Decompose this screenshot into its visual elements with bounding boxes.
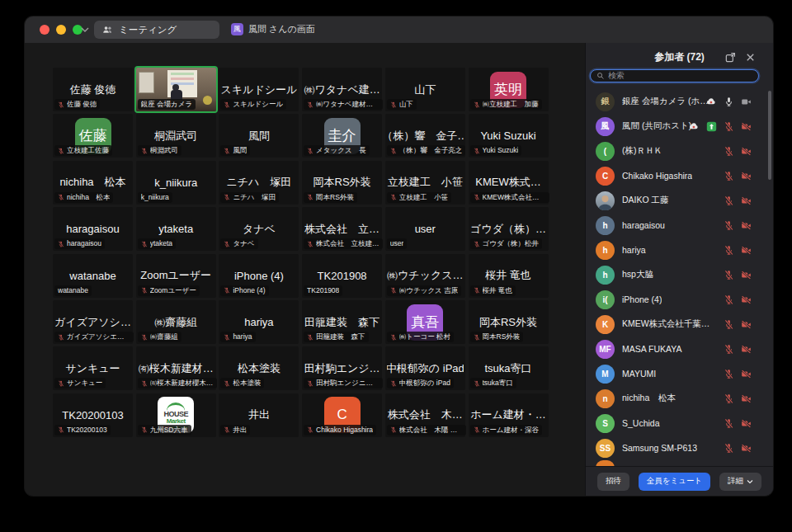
participant-tile[interactable]: TK201908TK201908 <box>302 254 382 298</box>
mute-all-button[interactable]: 全員をミュート <box>639 473 710 491</box>
participant-tile[interactable]: TK20200103 TK20200103 <box>53 393 133 437</box>
participant-tile[interactable]: 佐藤 立枝建工佐藤 <box>53 114 133 158</box>
chevron-down-icon[interactable] <box>81 26 89 33</box>
muted-mic-icon <box>390 426 397 433</box>
mic-off-icon <box>724 270 734 280</box>
tile-label: tsuka寄口 <box>470 378 516 388</box>
tab-meeting-label: ミーティング <box>119 24 177 36</box>
participant-tile[interactable]: 佐藤 俊徳 佐藤 俊徳 <box>53 68 133 111</box>
participant-name: DAIKO 工藤 <box>622 195 669 206</box>
participant-row[interactable]: MFMASA FUKAYA <box>586 337 773 361</box>
search-input[interactable]: 検索 <box>590 69 759 82</box>
scrollbar-thumb[interactable] <box>768 91 771 180</box>
participant-tile[interactable]: hariya hariya <box>219 300 299 344</box>
participant-tile[interactable]: Yuki Suzuki Yuki Suzuki <box>469 114 549 158</box>
participant-row[interactable]: SS_Uchida <box>586 411 773 435</box>
invite-button[interactable]: 招待 <box>597 473 629 491</box>
participant-tile[interactable]: ㈱齋藤組 ㈱齋藤組 <box>136 300 216 344</box>
more-button[interactable]: 詳細 <box>719 473 761 491</box>
participant-row[interactable]: hhsp大脇 <box>586 262 773 287</box>
participant-tile[interactable]: ニチハ 塚田 ニチハ 塚田 <box>219 161 299 205</box>
participant-tile[interactable]: tsuka寄口 tsuka寄口 <box>469 346 549 390</box>
participant-tile[interactable]: 圭介 メタックス 長 <box>302 114 382 158</box>
participant-tile[interactable]: 英明 ㈱立枝建工 加藤 <box>469 68 549 111</box>
tile-label-text: k_niikura <box>141 193 169 202</box>
participant-tile[interactable]: スキルドシール スキルドシール <box>219 68 299 111</box>
participant-tile[interactable]: 立枝建工 小笹 立枝建工 小笹 <box>385 161 465 205</box>
tile-label-text: 立枝建工佐藤 <box>67 146 109 155</box>
mic-off-icon <box>724 195 734 206</box>
tile-label-text: 桐淵武司 <box>150 146 178 155</box>
participant-tile[interactable]: useruser <box>385 207 465 251</box>
participant-row[interactable]: hhariya <box>586 238 773 262</box>
participant-tile[interactable]: ガイズアソシ… ガイズアソシエーショ… <box>53 300 133 344</box>
tab-screen-share[interactable]: 風 風間 さんの画面 <box>231 23 315 35</box>
participant-tile[interactable]: ㈱ウチックス… ㈱ウチックス 吉原 <box>385 254 465 298</box>
muted-mic-icon <box>224 334 230 341</box>
participant-tile[interactable]: 真吾 ㈱トーコー 松村 <box>385 300 465 344</box>
popout-panel-icon[interactable] <box>724 51 737 64</box>
participant-tile[interactable]: 株式会社 立… 株式会社 立枝建工… <box>302 207 382 251</box>
participant-tile[interactable]: サンキュー サンキュー <box>53 346 133 390</box>
participant-tile[interactable]: ゴウダ（株）… ゴウダ（株）松井 <box>469 207 549 251</box>
participant-tile[interactable]: 山下 山下 <box>385 68 465 111</box>
participant-tile[interactable]: Zoomユーザー Zoomユーザー <box>136 254 216 298</box>
participant-tile[interactable]: k_niikurak_niikura <box>136 161 216 205</box>
participant-tile[interactable]: タナベ タナベ <box>219 207 299 251</box>
mic-off-icon <box>724 418 734 429</box>
close-window-button[interactable] <box>40 25 50 35</box>
tile-label: 佐藤 俊徳 <box>54 99 100 110</box>
tile-label-text: 山下 <box>399 100 413 109</box>
participant-row[interactable]: DAIKO 工藤 <box>586 188 773 213</box>
muted-mic-icon <box>141 148 148 154</box>
participant-tile[interactable]: watanabewatanabe <box>53 254 133 298</box>
tile-label: ホーム建材・深谷 <box>470 425 542 435</box>
tile-label: Chikako Higashira <box>304 425 376 435</box>
participant-row[interactable]: SSSamsung SM-P613 <box>586 435 773 460</box>
tile-label-text: iPhone (4) <box>233 286 265 295</box>
participant-tile[interactable]: （株）響 金子… （株）響 金子亮之 <box>385 114 465 158</box>
participant-tile[interactable]: ㈱ワタナベ建… ㈱ワタナベ建材池田 修二 <box>302 68 382 111</box>
participant-row[interactable]: nnichiha 松本 <box>586 386 773 411</box>
participant-tile[interactable]: 井出 井出 <box>219 393 299 437</box>
participant-row[interactable]: ((株)ＲＨＫ <box>586 139 773 163</box>
participant-tile[interactable]: 風間 風間 <box>219 114 299 158</box>
participant-tile[interactable]: haragaisou haragaisou <box>53 207 133 251</box>
participant-tile[interactable]: 田村駒エンジ… 田村駒エンジニアリン… <box>302 346 382 390</box>
participant-tile[interactable]: 桜井 竜也 桜井 竜也 <box>469 254 549 298</box>
participant-row[interactable]: CChikako Higashira <box>586 163 773 188</box>
muted-mic-icon <box>58 148 64 154</box>
participant-tile[interactable]: HOUSEMarket 九州SD六車 <box>136 393 216 437</box>
participant-tile[interactable]: 松本塗装 松本塗装 <box>219 346 299 390</box>
participant-row[interactable]: i(iPhone (4) <box>586 287 773 312</box>
participant-tile[interactable]: iPhone (4) iPhone (4) <box>219 254 299 298</box>
tile-label: 株式会社 立枝建工… <box>304 238 383 249</box>
participant-tile[interactable]: nichiha 松本 nichiha 松本 <box>53 161 133 205</box>
participant-tile[interactable]: 田籠建装 森下 田籠建装 森下 <box>302 300 382 344</box>
participant-tile[interactable]: 株式会社 木… 株式会社 木陽 佐藤 <box>385 393 465 437</box>
cam-off-icon <box>741 344 752 355</box>
tile-label: Yuki Suzuki <box>470 145 522 156</box>
participant-tile[interactable]: 桐淵武司 桐淵武司 <box>136 114 216 158</box>
participant-tile[interactable]: 岡本RS外装 岡本RS外装 <box>469 300 549 344</box>
participant-tile[interactable]: ㈲桜木新建材… ㈲桜木新建材櫻木幹也 <box>136 346 216 390</box>
participant-tile[interactable]: ホーム建材・… ホーム建材・深谷 <box>469 393 549 437</box>
participant-row[interactable]: 風風間 (共同ホスト) <box>586 114 773 139</box>
minimize-window-button[interactable] <box>56 25 66 35</box>
close-panel-icon[interactable] <box>744 51 757 64</box>
tab-meeting[interactable]: ミーティング <box>94 21 219 39</box>
participant-row[interactable]: KKMEW株式会社千葉営業所高坂大樹 <box>586 312 773 337</box>
participant-row[interactable]: MMAYUMI <box>586 361 773 386</box>
video-tile[interactable]: 銀座 会場カメラ <box>136 68 216 111</box>
cam-on-icon <box>741 97 752 107</box>
participant-tile[interactable]: KMEW株式… KMEW株式会社千葉営… <box>469 161 549 205</box>
participant-row[interactable]: 銀銀座 会場カメラ (ホスト, 自分) <box>586 89 773 114</box>
participant-status-icons <box>724 344 752 355</box>
participant-name: hariya <box>622 245 646 255</box>
participant-tile[interactable]: 岡本RS外装 岡本RS外装 <box>302 161 382 205</box>
participant-row[interactable]: hharagaisou <box>586 213 773 238</box>
participant-tile[interactable]: C Chikako Higashira <box>302 393 382 437</box>
participant-tile[interactable]: ytaketa ytaketa <box>136 207 216 251</box>
mic-off-icon <box>724 443 734 454</box>
participant-tile[interactable]: 中根郁弥の iPad 中根郁弥の iPad <box>385 346 465 390</box>
